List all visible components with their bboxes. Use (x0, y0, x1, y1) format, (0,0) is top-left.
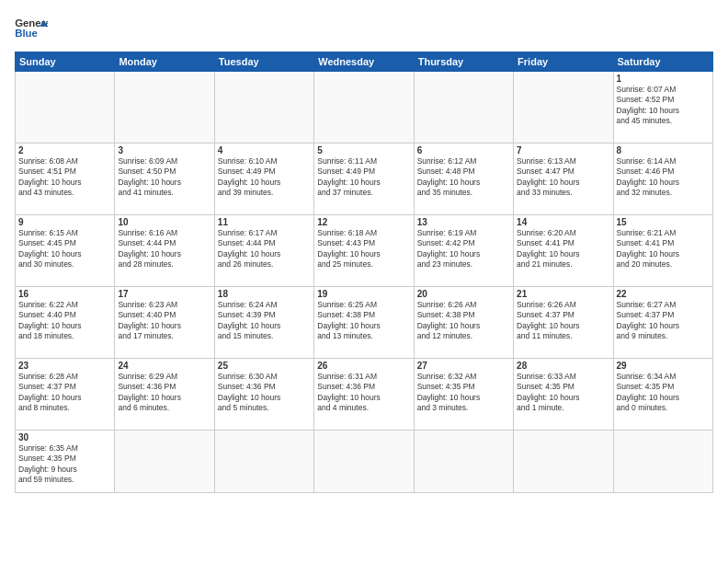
day-number: 24 (118, 361, 210, 371)
calendar-cell: 11Sunrise: 6:17 AM Sunset: 4:44 PM Dayli… (214, 215, 313, 287)
day-info: Sunrise: 6:12 AM Sunset: 4:48 PM Dayligh… (417, 156, 510, 199)
day-number: 19 (317, 289, 410, 299)
weekday-header-row: SundayMondayTuesdayWednesdayThursdayFrid… (16, 52, 713, 72)
day-number: 15 (617, 217, 710, 227)
day-number: 21 (517, 289, 609, 299)
day-info: Sunrise: 6:30 AM Sunset: 4:36 PM Dayligh… (218, 372, 311, 414)
weekday-header-thursday: Thursday (414, 52, 513, 72)
calendar-cell: 18Sunrise: 6:24 AM Sunset: 4:39 PM Dayli… (214, 287, 313, 359)
weekday-header-saturday: Saturday (613, 52, 712, 72)
day-number: 11 (218, 217, 311, 227)
calendar-cell: 29Sunrise: 6:34 AM Sunset: 4:35 PM Dayli… (613, 359, 712, 431)
day-info: Sunrise: 6:25 AM Sunset: 4:38 PM Dayligh… (317, 300, 410, 342)
calendar-week-row: 23Sunrise: 6:28 AM Sunset: 4:37 PM Dayli… (16, 359, 713, 431)
calendar-cell: 5Sunrise: 6:11 AM Sunset: 4:49 PM Daylig… (314, 144, 414, 215)
calendar-cell: 22Sunrise: 6:27 AM Sunset: 4:37 PM Dayli… (613, 287, 712, 359)
day-info: Sunrise: 6:29 AM Sunset: 4:36 PM Dayligh… (118, 372, 210, 414)
day-info: Sunrise: 6:34 AM Sunset: 4:35 PM Dayligh… (617, 372, 710, 414)
day-number: 13 (417, 217, 510, 227)
day-number: 18 (218, 289, 311, 299)
day-number: 23 (18, 361, 111, 371)
calendar-cell (115, 431, 214, 493)
calendar-cell (414, 431, 513, 493)
day-info: Sunrise: 6:09 AM Sunset: 4:50 PM Dayligh… (118, 156, 210, 199)
day-number: 28 (517, 361, 609, 371)
day-number: 25 (218, 361, 311, 371)
day-info: Sunrise: 6:18 AM Sunset: 4:43 PM Dayligh… (317, 228, 410, 270)
calendar-cell (314, 72, 414, 144)
calendar-cell (514, 72, 613, 144)
calendar-cell: 10Sunrise: 6:16 AM Sunset: 4:44 PM Dayli… (115, 215, 214, 287)
weekday-header-wednesday: Wednesday (314, 52, 414, 72)
day-info: Sunrise: 6:19 AM Sunset: 4:42 PM Dayligh… (417, 228, 510, 270)
calendar-week-row: 9Sunrise: 6:15 AM Sunset: 4:45 PM Daylig… (16, 215, 713, 287)
day-info: Sunrise: 6:22 AM Sunset: 4:40 PM Dayligh… (18, 300, 111, 342)
day-info: Sunrise: 6:16 AM Sunset: 4:44 PM Dayligh… (118, 228, 210, 270)
calendar-week-row: 1Sunrise: 6:07 AM Sunset: 4:52 PM Daylig… (16, 72, 713, 144)
day-number: 10 (118, 217, 210, 227)
calendar-cell (16, 72, 115, 144)
calendar-cell: 21Sunrise: 6:26 AM Sunset: 4:37 PM Dayli… (514, 287, 613, 359)
day-info: Sunrise: 6:20 AM Sunset: 4:41 PM Dayligh… (517, 228, 609, 270)
calendar-table: SundayMondayTuesdayWednesdayThursdayFrid… (15, 52, 713, 493)
day-number: 4 (218, 145, 311, 155)
calendar-cell: 7Sunrise: 6:13 AM Sunset: 4:47 PM Daylig… (514, 144, 613, 215)
day-info: Sunrise: 6:26 AM Sunset: 4:37 PM Dayligh… (517, 300, 609, 342)
day-number: 26 (317, 361, 410, 371)
calendar-cell: 25Sunrise: 6:30 AM Sunset: 4:36 PM Dayli… (214, 359, 313, 431)
day-number: 30 (18, 432, 111, 442)
calendar-cell (115, 72, 214, 144)
day-number: 29 (617, 361, 710, 371)
calendar-cell: 1Sunrise: 6:07 AM Sunset: 4:52 PM Daylig… (613, 72, 712, 144)
calendar-cell: 14Sunrise: 6:20 AM Sunset: 4:41 PM Dayli… (514, 215, 613, 287)
day-info: Sunrise: 6:11 AM Sunset: 4:49 PM Dayligh… (317, 156, 410, 199)
calendar-cell: 24Sunrise: 6:29 AM Sunset: 4:36 PM Dayli… (115, 359, 214, 431)
calendar-cell: 19Sunrise: 6:25 AM Sunset: 4:38 PM Dayli… (314, 287, 414, 359)
day-number: 7 (517, 145, 609, 155)
day-info: Sunrise: 6:27 AM Sunset: 4:37 PM Dayligh… (617, 300, 710, 342)
calendar-cell (314, 431, 414, 493)
calendar-cell: 16Sunrise: 6:22 AM Sunset: 4:40 PM Dayli… (16, 287, 115, 359)
day-info: Sunrise: 6:32 AM Sunset: 4:35 PM Dayligh… (417, 372, 510, 414)
calendar-cell (613, 431, 712, 493)
day-info: Sunrise: 6:15 AM Sunset: 4:45 PM Dayligh… (18, 228, 111, 270)
calendar-cell (514, 431, 613, 493)
calendar-cell: 9Sunrise: 6:15 AM Sunset: 4:45 PM Daylig… (16, 215, 115, 287)
day-number: 3 (118, 145, 210, 155)
day-info: Sunrise: 6:33 AM Sunset: 4:35 PM Dayligh… (517, 372, 609, 414)
day-info: Sunrise: 6:28 AM Sunset: 4:37 PM Dayligh… (18, 372, 111, 414)
page: General Blue SundayMondayTuesdayWednesda… (0, 0, 728, 563)
day-info: Sunrise: 6:35 AM Sunset: 4:35 PM Dayligh… (18, 443, 111, 486)
calendar-cell: 13Sunrise: 6:19 AM Sunset: 4:42 PM Dayli… (414, 215, 513, 287)
day-info: Sunrise: 6:23 AM Sunset: 4:40 PM Dayligh… (118, 300, 210, 342)
day-number: 27 (417, 361, 510, 371)
day-number: 5 (317, 145, 410, 155)
day-number: 20 (417, 289, 510, 299)
calendar-cell: 27Sunrise: 6:32 AM Sunset: 4:35 PM Dayli… (414, 359, 513, 431)
weekday-header-friday: Friday (514, 52, 613, 72)
logo: General Blue (15, 15, 48, 42)
calendar-cell: 28Sunrise: 6:33 AM Sunset: 4:35 PM Dayli… (514, 359, 613, 431)
day-info: Sunrise: 6:24 AM Sunset: 4:39 PM Dayligh… (218, 300, 311, 342)
day-number: 1 (617, 74, 710, 84)
calendar-cell: 15Sunrise: 6:21 AM Sunset: 4:41 PM Dayli… (613, 215, 712, 287)
calendar-cell: 17Sunrise: 6:23 AM Sunset: 4:40 PM Dayli… (115, 287, 214, 359)
calendar-cell: 8Sunrise: 6:14 AM Sunset: 4:46 PM Daylig… (613, 144, 712, 215)
calendar-cell: 26Sunrise: 6:31 AM Sunset: 4:36 PM Dayli… (314, 359, 414, 431)
day-number: 16 (18, 289, 111, 299)
day-info: Sunrise: 6:10 AM Sunset: 4:49 PM Dayligh… (218, 156, 311, 199)
generalblue-logo-icon: General Blue (15, 15, 48, 42)
day-number: 22 (617, 289, 710, 299)
calendar-cell: 2Sunrise: 6:08 AM Sunset: 4:51 PM Daylig… (16, 144, 115, 215)
calendar-cell (414, 72, 513, 144)
day-info: Sunrise: 6:31 AM Sunset: 4:36 PM Dayligh… (317, 372, 410, 414)
calendar-cell (214, 431, 313, 493)
calendar-cell: 23Sunrise: 6:28 AM Sunset: 4:37 PM Dayli… (16, 359, 115, 431)
day-info: Sunrise: 6:17 AM Sunset: 4:44 PM Dayligh… (218, 228, 311, 270)
weekday-header-tuesday: Tuesday (214, 52, 313, 72)
day-number: 8 (617, 145, 710, 155)
calendar-cell: 12Sunrise: 6:18 AM Sunset: 4:43 PM Dayli… (314, 215, 414, 287)
day-info: Sunrise: 6:21 AM Sunset: 4:41 PM Dayligh… (617, 228, 710, 270)
calendar-week-row: 16Sunrise: 6:22 AM Sunset: 4:40 PM Dayli… (16, 287, 713, 359)
day-info: Sunrise: 6:08 AM Sunset: 4:51 PM Dayligh… (18, 156, 111, 199)
